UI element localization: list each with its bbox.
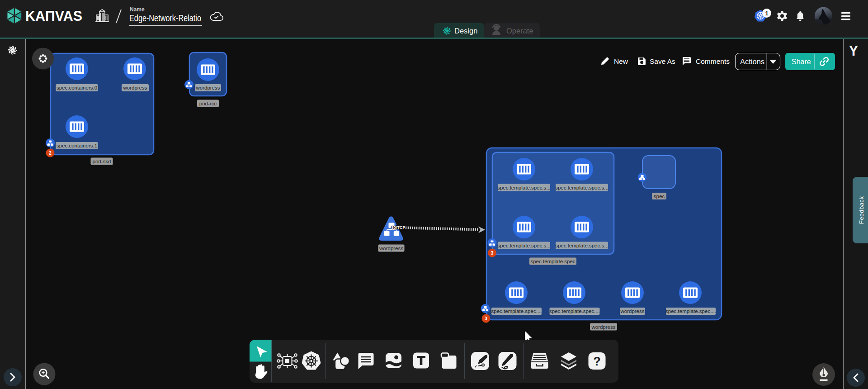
svg-text:wordpress: wordpress [123, 85, 147, 90]
svg-text:spec.template.spec....: spec.template.spec.... [665, 308, 716, 314]
svg-text:spec.template.spec....: spec.template.spec.... [549, 308, 600, 314]
svg-text:Name: Name [130, 6, 145, 13]
svg-text:spec: spec [654, 194, 665, 199]
svg-text:wordpress: wordpress [195, 85, 220, 90]
svg-text:spec.template.spec.s...: spec.template.spec.s... [497, 185, 551, 190]
svg-text:pod-skd: pod-skd [93, 159, 111, 164]
svg-text:Actions: Actions [740, 57, 764, 66]
svg-text:wordpress: wordpress [591, 324, 615, 330]
svg-text:Share: Share [792, 58, 811, 66]
svg-text:wordpress: wordpress [620, 308, 644, 314]
svg-text:1: 1 [765, 10, 769, 17]
svg-text:3: 3 [491, 251, 494, 256]
svg-text:Operate: Operate [506, 27, 533, 35]
svg-text:KAΠVAS: KAΠVAS [25, 8, 82, 24]
svg-text:Comments: Comments [696, 57, 730, 65]
svg-text:wordpress: wordpress [379, 246, 403, 251]
svg-text:spec.containers.1: spec.containers.1 [57, 143, 97, 148]
svg-text:spec.template.spec: spec.template.spec [530, 259, 575, 264]
svg-text:spec.template.spec.s...: spec.template.spec.s... [497, 243, 551, 248]
svg-text:80/TCP: 80/TCP [391, 225, 405, 230]
svg-text:pod-rcc: pod-rcc [199, 101, 217, 106]
svg-text:3: 3 [485, 316, 487, 321]
svg-text:Save As: Save As [650, 57, 675, 65]
svg-text:spec.template.spec.s...: spec.template.spec.s... [555, 243, 609, 248]
svg-text:spec.containers.0: spec.containers.0 [57, 85, 97, 90]
svg-text:Edge-Network-Relatio: Edge-Network-Relatio [129, 13, 201, 23]
svg-text:spec.template.spec.s...: spec.template.spec.s... [555, 185, 609, 190]
svg-text:Design: Design [454, 27, 477, 35]
svg-text:New: New [614, 57, 628, 65]
svg-text:2: 2 [49, 151, 52, 156]
svg-text:spec.template.spec....: spec.template.spec.... [491, 308, 542, 314]
